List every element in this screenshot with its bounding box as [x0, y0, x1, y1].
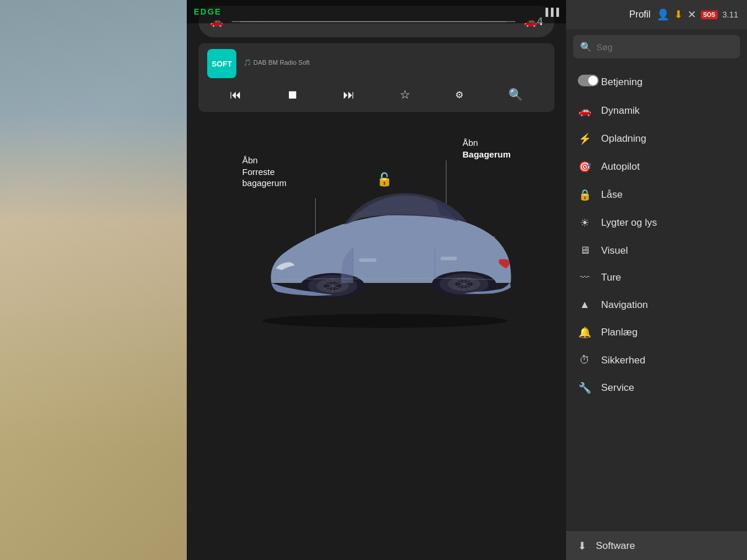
- opladning-label: Opladning: [601, 133, 647, 145]
- planlaeg-label: Planlæg: [601, 327, 637, 338]
- sidebar-item-visuel[interactable]: 🖥 Visuel: [566, 237, 747, 264]
- profile-label[interactable]: Profil: [629, 9, 650, 20]
- route-icon: 〰: [578, 272, 592, 283]
- clock-icon: ⏱: [578, 354, 592, 366]
- right-sidebar: Profil 👤 ⬇ ✕ SOS 3.11 🔍 Betjening 🚗 Dyna…: [566, 0, 747, 560]
- navigation-label: Navigation: [601, 299, 648, 311]
- svg-rect-4: [441, 257, 457, 260]
- car-icon: 🚗: [578, 104, 592, 117]
- bolt-icon: ⚡: [578, 132, 592, 145]
- main-car-display: EDGE ▐▐▐ Åbn Forreste bagagerum Åbn Baga…: [187, 0, 566, 560]
- software-label: Software: [596, 540, 635, 552]
- car-container: Åbn Forreste bagagerum Åbn Bagagerum 🔓 ⚡: [207, 108, 546, 353]
- toggle-icon: [578, 75, 592, 89]
- sos-badge: SOS: [701, 10, 718, 19]
- menu-list: Betjening 🚗 Dynamik ⚡ Opladning 🎯 Autopi…: [566, 64, 747, 531]
- person-icon: 👤: [657, 8, 669, 21]
- visuel-label: Visuel: [601, 245, 628, 257]
- sikkerhed-label: Sikkerhed: [601, 355, 645, 366]
- autopilot-label: Autopilot: [601, 161, 640, 173]
- left-background: [0, 0, 187, 560]
- car-visualization: Åbn Forreste bagagerum Åbn Bagagerum 🔓 ⚡: [187, 23, 566, 438]
- software-download-icon: ⬇: [578, 540, 587, 552]
- navigation-icon: ▲: [578, 299, 592, 311]
- seat-slider[interactable]: [232, 21, 515, 22]
- search-bar[interactable]: 🔍: [573, 35, 740, 58]
- edge-indicator: EDGE: [194, 7, 222, 16]
- close-icon[interactable]: ✕: [687, 8, 696, 21]
- sun-icon: ☀: [578, 216, 592, 229]
- wrench-icon: 🔧: [578, 382, 592, 394]
- sidebar-item-sikkerhed[interactable]: ⏱ Sikkerhed: [566, 346, 747, 374]
- rear-trunk-label[interactable]: Åbn Bagagerum: [462, 137, 511, 160]
- signal-icon: ▐▐▐: [543, 8, 559, 16]
- sidebar-item-service[interactable]: 🔧 Service: [566, 374, 747, 402]
- profile-icons: 👤 ⬇ ✕ SOS 3.11: [657, 8, 738, 21]
- tv-icon: 🖥: [578, 244, 592, 257]
- sidebar-item-opladning[interactable]: ⚡ Opladning: [566, 125, 747, 153]
- car-svg: [236, 166, 528, 330]
- sidebar-item-autopilot[interactable]: 🎯 Autopilot: [566, 153, 747, 181]
- status-icons: ▐▐▐: [543, 8, 559, 16]
- search-icon: 🔍: [580, 41, 592, 52]
- svg-point-0: [263, 314, 508, 328]
- sidebar-item-software[interactable]: ⬇ Software: [566, 531, 747, 560]
- profile-header: Profil 👤 ⬇ ✕ SOS 3.11: [566, 0, 747, 29]
- search-input[interactable]: [596, 42, 733, 52]
- sidebar-item-dynamik[interactable]: 🚗 Dynamik: [566, 97, 747, 125]
- ture-label: Ture: [601, 272, 621, 284]
- download-icon: ⬇: [674, 8, 683, 21]
- sidebar-item-navigation[interactable]: ▲ Navigation: [566, 291, 747, 318]
- sidebar-item-laase[interactable]: 🔒 Låse: [566, 181, 747, 209]
- sidebar-item-planlaeg[interactable]: 🔔 Planlæg: [566, 318, 747, 346]
- sidebar-item-lygter[interactable]: ☀ Lygter og lys: [566, 209, 747, 237]
- laase-label: Låse: [601, 189, 623, 201]
- betjening-label: Betjening: [601, 76, 643, 88]
- service-label: Service: [601, 382, 634, 394]
- sidebar-item-ture[interactable]: 〰 Ture: [566, 264, 747, 291]
- alarm-icon: 🔔: [578, 326, 592, 339]
- svg-rect-3: [359, 258, 376, 262]
- lygter-label: Lygter og lys: [601, 217, 657, 229]
- version-label: 3.11: [722, 10, 738, 19]
- lock-icon: 🔒: [578, 188, 592, 201]
- steering-icon: 🎯: [578, 160, 592, 173]
- dynamik-label: Dynamik: [601, 105, 640, 117]
- sidebar-item-betjening[interactable]: Betjening: [566, 67, 747, 97]
